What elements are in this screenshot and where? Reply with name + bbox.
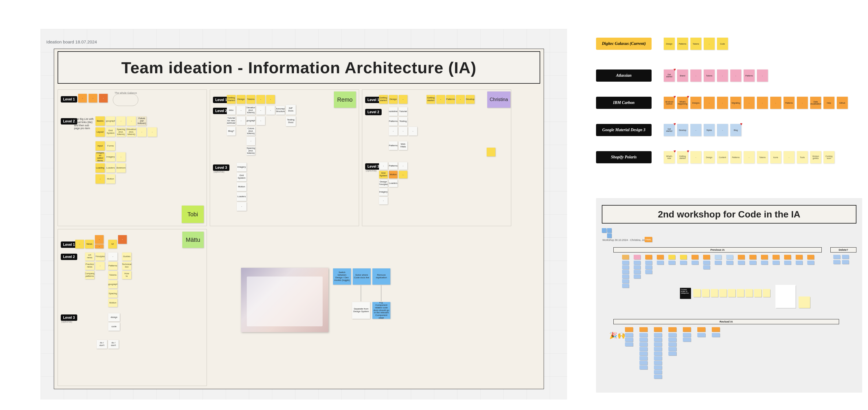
mini-note[interactable] xyxy=(633,270,641,274)
sticky-note[interactable]: Loaders xyxy=(389,179,398,187)
sticky-note[interactable]: Motion xyxy=(106,174,115,183)
ref-note[interactable]: Content xyxy=(717,151,728,163)
mini-note[interactable] xyxy=(633,274,641,279)
mini-panel[interactable] xyxy=(775,285,796,308)
mini-note[interactable] xyxy=(633,265,641,269)
sticky-note[interactable]: Technical doc xyxy=(122,262,131,270)
sticky-note[interactable]: - xyxy=(78,94,87,102)
mini-note[interactable] xyxy=(761,261,768,265)
sticky-note[interactable]: - xyxy=(399,127,407,136)
ref-note[interactable]: Designs xyxy=(690,97,701,109)
sticky-note[interactable]: Spacing (incl. tokens) xyxy=(116,127,126,137)
ref-note[interactable]: - xyxy=(770,97,781,109)
mini-note[interactable] xyxy=(625,338,633,342)
mini-note[interactable] xyxy=(715,255,722,259)
mini-note[interactable] xyxy=(654,352,662,356)
mini-note[interactable] xyxy=(669,338,677,342)
sticky-note[interactable]: Grid System xyxy=(379,171,388,178)
mini-note[interactable] xyxy=(683,333,691,337)
mini-note[interactable] xyxy=(640,333,648,337)
ref-note[interactable]: - xyxy=(717,69,728,82)
mini-note[interactable] xyxy=(773,261,779,265)
sticky-note[interactable]: Testing xyxy=(399,117,407,126)
mini-note[interactable] xyxy=(669,347,677,351)
sticky-note[interactable]: Tutorial xyxy=(399,107,407,116)
sticky-note[interactable]: Elevation (incl. tokens) xyxy=(247,106,255,115)
mini-note[interactable] xyxy=(625,327,633,332)
sticky-note[interactable]: Remove duplication xyxy=(372,268,390,285)
sticky-note[interactable]: Practice news xyxy=(85,262,94,270)
sticky-note[interactable]: Loaders xyxy=(106,163,115,173)
sticky-note[interactable]: - xyxy=(256,116,265,125)
sticky-note[interactable]: Skeletons xyxy=(116,163,126,173)
sticky-note[interactable]: - xyxy=(95,174,105,183)
mini-note[interactable] xyxy=(640,342,648,346)
sticky-note[interactable]: Typography xyxy=(108,280,118,288)
mini-note[interactable] xyxy=(654,342,662,346)
mini-note[interactable] xyxy=(607,228,612,233)
mini-note[interactable] xyxy=(607,233,612,238)
mini-note[interactable] xyxy=(669,352,677,356)
ref-note[interactable]: - xyxy=(783,151,795,163)
sticky-note[interactable]: - xyxy=(379,162,388,170)
mini-note[interactable] xyxy=(703,261,710,265)
panel-tobi[interactable]: Level 1 - - - The whole Galaxus Level 2 … xyxy=(58,89,207,226)
ref-note[interactable]: - xyxy=(744,97,754,109)
ref-note[interactable]: Patterns xyxy=(783,97,795,109)
sticky-note[interactable]: - xyxy=(89,94,97,102)
sticky-note[interactable]: - xyxy=(456,95,465,104)
sticky-note[interactable]: - xyxy=(95,262,105,270)
mini-note[interactable] xyxy=(833,260,840,264)
sticky-note[interactable]: Guides xyxy=(122,253,131,261)
mini-note[interactable] xyxy=(625,333,633,337)
sticky-note[interactable]: Loaders xyxy=(237,192,247,201)
mini-note[interactable] xyxy=(654,370,662,374)
sticky-note[interactable]: Colors (incl. tokens) xyxy=(247,127,255,136)
mini-note[interactable] xyxy=(645,261,652,265)
sticky-note[interactable]: Typography xyxy=(247,116,255,125)
sticky-note[interactable]: - xyxy=(95,244,103,248)
mini-note[interactable] xyxy=(726,255,733,259)
ref-note[interactable]: - xyxy=(690,124,701,136)
mini-note-dark[interactable]: Content under IA categories xyxy=(680,288,691,299)
sticky-note[interactable]: Spacing xyxy=(108,290,118,298)
panel-remo[interactable]: Remo Level 1 Getting Started Design Toke… xyxy=(210,89,359,226)
mini-note[interactable] xyxy=(669,255,675,259)
sticky-note[interactable]: - xyxy=(266,106,275,115)
sticky-note[interactable]: Separate from Design System xyxy=(352,302,370,319)
whiteboard-photo[interactable] xyxy=(241,268,329,332)
mini-note[interactable] xyxy=(697,327,705,332)
sticky-note[interactable]: Patterns xyxy=(389,162,398,170)
author-tag[interactable]: Mättu xyxy=(182,232,204,248)
sticky-note[interactable]: Typography xyxy=(106,116,115,126)
sticky-note[interactable]: Motion xyxy=(237,182,247,191)
ref-note[interactable]: Design xyxy=(664,38,675,50)
sticky-note[interactable]: Web Vitals xyxy=(399,141,407,150)
ref-note[interactable]: Get started xyxy=(664,69,675,82)
mini-note[interactable] xyxy=(842,260,849,264)
sticky-note[interactable]: Imagery xyxy=(379,188,388,196)
sticky-note[interactable]: Design Principles xyxy=(379,179,388,187)
sticky-note[interactable]: Elevation (incl. tokens) xyxy=(127,127,136,137)
sticky-note[interactable]: Patterns xyxy=(108,262,118,270)
sticky-note[interactable]: Motion xyxy=(108,299,118,307)
mini-note[interactable] xyxy=(691,261,699,265)
ref-note[interactable]: Design xyxy=(704,151,715,163)
mini-note[interactable] xyxy=(702,289,709,297)
sticky-note[interactable]: - xyxy=(399,95,407,104)
ref-note[interactable]: - xyxy=(757,97,768,109)
sticky-note[interactable]: Getting started xyxy=(379,95,388,104)
ref-note[interactable]: Get started xyxy=(664,124,675,136)
sticky-note[interactable]: - xyxy=(256,106,265,115)
ref-row-carbon[interactable]: IBM Carbon All about Carbon What's happe… xyxy=(596,97,848,109)
mini-note[interactable] xyxy=(683,338,691,342)
ref-note[interactable]: All about Carbon xyxy=(664,97,675,109)
mini-note[interactable] xyxy=(745,289,753,297)
mini-note[interactable] xyxy=(697,333,705,337)
sticky-note[interactable]: Spacing (incl. tokens) xyxy=(247,147,255,155)
mini-note[interactable] xyxy=(763,289,770,297)
ref-note[interactable]: Migrating xyxy=(730,97,741,109)
ref-note[interactable]: Blog xyxy=(730,124,741,136)
mini-note[interactable] xyxy=(712,327,720,332)
sticky-note[interactable]: do / don't xyxy=(97,340,107,349)
